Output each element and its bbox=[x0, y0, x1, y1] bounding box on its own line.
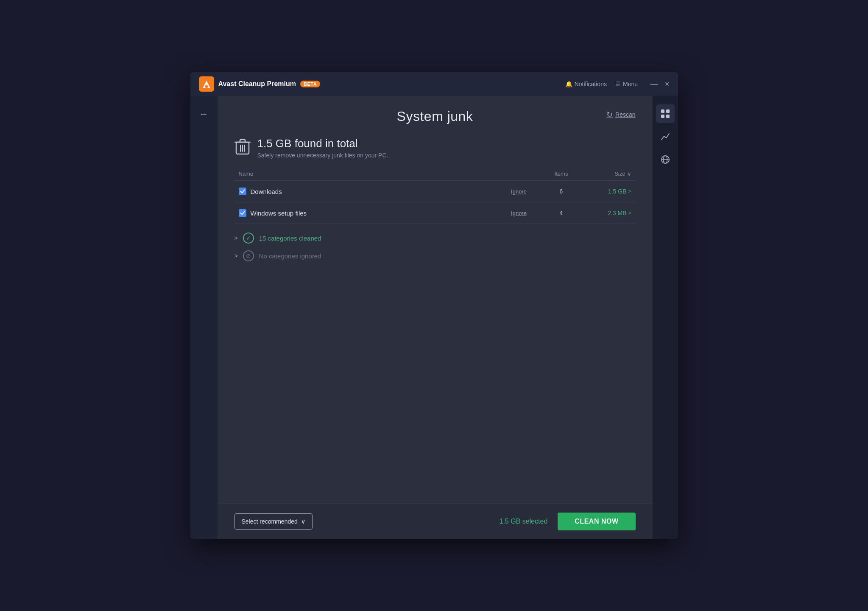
select-recommended-button[interactable]: Select recommended ∨ bbox=[234, 513, 313, 530]
app-title: Avast Cleanup Premium bbox=[218, 80, 296, 88]
svg-rect-8 bbox=[661, 115, 664, 118]
menu-icon: ☰ bbox=[615, 81, 621, 87]
summary-section: 1.5 GB found in total Safely remove unne… bbox=[218, 133, 653, 167]
content-area: System junk ↻ Rescan bbox=[218, 96, 653, 539]
menu-label: Menu bbox=[623, 81, 638, 87]
bell-icon: 🔔 bbox=[565, 81, 572, 87]
cleaned-check-icon: ✓ bbox=[243, 233, 254, 244]
select-recommended-label: Select recommended bbox=[242, 518, 298, 525]
rescan-icon: ↻ bbox=[606, 110, 613, 119]
trash-icon bbox=[234, 138, 251, 158]
globe-icon bbox=[661, 155, 670, 164]
downloads-checkbox[interactable] bbox=[239, 188, 246, 195]
ignore-button[interactable]: Ignore bbox=[491, 188, 547, 195]
row-count: 4 bbox=[547, 210, 576, 216]
row-name-label: Downloads bbox=[251, 188, 282, 195]
categories-ignored-item[interactable]: > ⊘ No categories ignored bbox=[234, 250, 636, 261]
categories-ignored-label: No categories ignored bbox=[259, 252, 321, 260]
sort-chevron-icon: ∨ bbox=[627, 171, 631, 177]
row-name-cell: Downloads bbox=[239, 188, 491, 195]
categories-section: > ✓ 15 categories cleaned > ⊘ No categor… bbox=[218, 224, 653, 270]
categories-cleaned-item[interactable]: > ✓ 15 categories cleaned bbox=[234, 233, 636, 244]
col-size-sort[interactable]: Size ∨ bbox=[576, 171, 631, 177]
globe-view-button[interactable] bbox=[656, 150, 675, 169]
avast-logo-icon bbox=[199, 76, 214, 92]
svg-rect-6 bbox=[661, 109, 664, 113]
row-size[interactable]: 1.5 GB > bbox=[576, 188, 631, 195]
window-controls: — × bbox=[650, 80, 670, 88]
col-items-header: Items bbox=[547, 171, 576, 177]
svg-rect-7 bbox=[666, 109, 670, 113]
notifications-label: Notifications bbox=[575, 81, 607, 87]
right-icon-panel bbox=[653, 96, 678, 539]
back-button[interactable]: ← bbox=[199, 109, 209, 120]
row-size-value: 2.3 MB bbox=[608, 210, 626, 216]
chevron-right-2-icon: > bbox=[234, 252, 238, 259]
title-bar-right: 🔔 Notifications ☰ Menu — × bbox=[565, 80, 670, 88]
ignore-button[interactable]: Ignore bbox=[491, 210, 547, 216]
dropdown-chevron-icon: ∨ bbox=[301, 518, 305, 525]
col-name-header: Name bbox=[239, 171, 491, 177]
page-title: System junk bbox=[397, 109, 473, 124]
summary-text: 1.5 GB found in total Safely remove unne… bbox=[257, 137, 388, 159]
table-section: Name Items Size ∨ bbox=[218, 167, 653, 224]
summary-subtitle: Safely remove unnecessary junk files on … bbox=[257, 152, 388, 159]
clean-now-button[interactable]: CLEAN NOW bbox=[558, 513, 635, 530]
col-size-label: Size bbox=[614, 171, 625, 177]
table-row: Downloads Ignore 6 1.5 GB > bbox=[234, 181, 636, 202]
row-name-label: Windows setup files bbox=[251, 210, 307, 217]
chevron-right-icon: > bbox=[234, 235, 238, 241]
table-row: Windows setup files Ignore 4 2.3 MB > bbox=[234, 202, 636, 224]
row-size[interactable]: 2.3 MB > bbox=[576, 210, 631, 216]
svg-rect-9 bbox=[666, 115, 670, 118]
title-bar: Avast Cleanup Premium BETA 🔔 Notificatio… bbox=[190, 72, 678, 96]
table-header: Name Items Size ∨ bbox=[234, 167, 636, 181]
title-bar-left: Avast Cleanup Premium BETA bbox=[199, 76, 321, 92]
found-total-label: 1.5 GB found in total bbox=[257, 137, 388, 150]
windows-setup files-checkbox[interactable] bbox=[239, 209, 246, 217]
notifications-button[interactable]: 🔔 Notifications bbox=[565, 81, 607, 87]
col-ignore-header bbox=[491, 171, 547, 177]
row-size-arrow-icon: > bbox=[628, 188, 631, 194]
content-spacer bbox=[218, 270, 653, 504]
row-name-cell: Windows setup files bbox=[239, 209, 491, 217]
chart-view-button[interactable] bbox=[656, 127, 675, 146]
row-size-value: 1.5 GB bbox=[608, 188, 627, 195]
grid-icon bbox=[661, 109, 670, 118]
grid-view-button[interactable] bbox=[656, 104, 675, 123]
rescan-label: Rescan bbox=[615, 111, 635, 118]
svg-point-1 bbox=[205, 85, 208, 88]
rescan-button[interactable]: ↻ Rescan bbox=[606, 110, 635, 119]
row-size-arrow-icon: > bbox=[628, 210, 631, 216]
categories-cleaned-label: 15 categories cleaned bbox=[259, 235, 321, 242]
left-sidebar: ← bbox=[190, 96, 218, 539]
chart-icon bbox=[661, 132, 670, 141]
page-header: System junk ↻ Rescan bbox=[218, 96, 653, 133]
footer: Select recommended ∨ 1.5 GB selected CLE… bbox=[218, 504, 653, 539]
menu-button[interactable]: ☰ Menu bbox=[615, 81, 638, 87]
beta-badge: BETA bbox=[300, 81, 320, 87]
minimize-button[interactable]: — bbox=[650, 80, 658, 88]
close-button[interactable]: × bbox=[665, 80, 670, 88]
selected-info-label: 1.5 GB selected bbox=[500, 518, 548, 525]
row-count: 6 bbox=[547, 188, 576, 195]
ignored-dash-icon: ⊘ bbox=[243, 250, 254, 261]
